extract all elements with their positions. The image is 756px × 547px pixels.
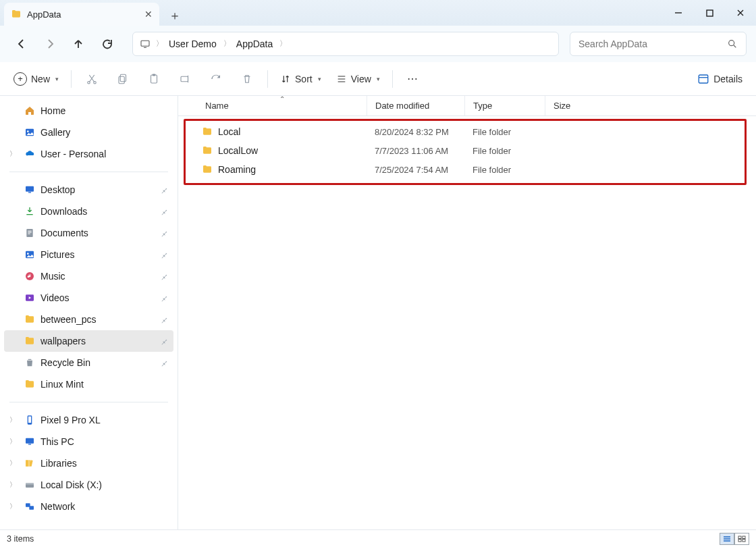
sidebar-item-documents[interactable]: Documents: [4, 222, 173, 244]
libraries-icon: [24, 458, 35, 469]
delete-button[interactable]: [232, 67, 262, 91]
expand-icon[interactable]: 〉: [9, 502, 16, 511]
sort-indicator-icon: ⌃: [279, 95, 285, 103]
file-row[interactable]: Roaming 7/25/2024 7:54 AM File folder: [186, 160, 745, 179]
maximize-button[interactable]: [694, 0, 725, 26]
divider: [9, 172, 168, 172]
navigation-pane[interactable]: Home Gallery 〉 User - Personal Desktop D…: [0, 96, 178, 529]
sidebar-item-gallery[interactable]: Gallery: [4, 122, 173, 143]
search-box[interactable]: [570, 32, 747, 56]
nav-bar: 〉 User Demo 〉 AppData 〉: [0, 26, 756, 62]
address-bar[interactable]: 〉 User Demo 〉 AppData 〉: [132, 32, 559, 56]
breadcrumb-label: AppData: [236, 38, 273, 49]
status-bar: 3 items: [0, 529, 756, 547]
copy-button[interactable]: [108, 67, 138, 91]
details-label: Details: [713, 74, 742, 84]
svg-rect-29: [738, 536, 741, 539]
sidebar-item-folder[interactable]: between_pcs: [4, 309, 173, 330]
minimize-button[interactable]: [663, 0, 694, 26]
cut-button[interactable]: [77, 67, 107, 91]
sidebar-item-music[interactable]: Music: [4, 265, 173, 287]
column-header-label: Size: [554, 101, 570, 111]
sidebar-item-phone[interactable]: 〉 Pixel 9 Pro XL: [4, 409, 173, 431]
details-pane-button[interactable]: Details: [691, 67, 749, 91]
pin-icon: [160, 359, 168, 367]
sidebar-item-folder[interactable]: wallpapers: [4, 330, 173, 352]
refresh-button[interactable]: [94, 32, 119, 56]
up-button[interactable]: [66, 32, 90, 56]
file-type: File folder: [473, 165, 553, 175]
sidebar-item-onedrive[interactable]: 〉 User - Personal: [4, 143, 173, 165]
expand-icon[interactable]: 〉: [9, 149, 16, 159]
expand-icon[interactable]: 〉: [9, 437, 16, 446]
column-header-name[interactable]: Name: [178, 96, 367, 115]
view-button[interactable]: View ▾: [329, 67, 387, 91]
rename-button[interactable]: [170, 67, 200, 91]
sidebar-item-label: Home: [40, 105, 65, 116]
sidebar-item-videos[interactable]: Videos: [4, 287, 173, 309]
column-header-type[interactable]: Type: [465, 96, 545, 115]
column-header-size[interactable]: Size: [545, 96, 599, 115]
sidebar-item-desktop[interactable]: Desktop: [4, 179, 173, 201]
sidebar-item-label: Videos: [40, 292, 70, 303]
back-button[interactable]: [9, 32, 34, 56]
breadcrumb-item[interactable]: User Demo 〉: [169, 38, 231, 49]
file-row[interactable]: Local 8/20/2024 8:32 PM File folder: [186, 122, 745, 141]
sort-button[interactable]: Sort ▾: [273, 67, 328, 91]
separator: [392, 70, 393, 88]
window-tab[interactable]: AppData ✕: [4, 3, 159, 26]
pin-icon: [160, 207, 168, 215]
column-header-label: Name: [205, 101, 229, 111]
sidebar-item-label: Gallery: [40, 127, 70, 138]
folder-icon: [202, 126, 213, 137]
column-header-date[interactable]: Date modified: [367, 96, 465, 115]
expand-icon[interactable]: 〉: [9, 415, 16, 425]
sidebar-item-folder[interactable]: Linux Mint: [4, 373, 173, 395]
thumbnail-view-toggle[interactable]: [734, 533, 749, 545]
chevron-right-icon[interactable]: 〉: [156, 38, 163, 49]
search-input[interactable]: [578, 38, 722, 49]
sidebar-item-label: between_pcs: [40, 314, 97, 325]
chevron-right-icon[interactable]: 〉: [279, 38, 287, 49]
sidebar-item-label: Local Disk (X:): [40, 479, 102, 490]
paste-button[interactable]: [139, 67, 169, 91]
new-tab-button[interactable]: ＋: [163, 5, 186, 26]
svg-rect-30: [742, 536, 745, 539]
share-button[interactable]: [201, 67, 231, 91]
more-button[interactable]: ⋯: [398, 67, 428, 91]
new-label: New: [31, 74, 50, 84]
sidebar-item-home[interactable]: Home: [4, 100, 173, 122]
expand-icon[interactable]: 〉: [9, 459, 16, 468]
close-button[interactable]: [725, 0, 756, 26]
forward-button[interactable]: [38, 32, 62, 56]
sidebar-item-downloads[interactable]: Downloads: [4, 201, 173, 222]
pin-icon: [160, 315, 168, 323]
search-icon[interactable]: [727, 38, 738, 49]
pc-icon: [24, 436, 35, 447]
breadcrumb-item[interactable]: AppData 〉: [236, 38, 287, 49]
file-row[interactable]: LocalLow 7/7/2023 11:06 AM File folder: [186, 141, 745, 160]
sidebar-item-pictures[interactable]: Pictures: [4, 244, 173, 265]
pin-icon: [160, 251, 168, 259]
sidebar-item-disk[interactable]: 〉 Local Disk (X:): [4, 474, 173, 496]
file-list-pane: ⌃ Name Date modified Type Size Local 8/2…: [178, 96, 756, 529]
file-date: 8/20/2024 8:32 PM: [375, 127, 473, 137]
desktop-icon: [24, 184, 35, 195]
sidebar-item-thispc[interactable]: 〉 This PC: [4, 431, 173, 452]
expand-icon[interactable]: 〉: [9, 480, 16, 490]
sidebar-item-label: Linux Mint: [40, 379, 84, 390]
tab-close-icon[interactable]: ✕: [144, 9, 153, 20]
folder-icon: [202, 145, 213, 156]
pin-icon: [160, 186, 168, 194]
new-button[interactable]: + New ▾: [7, 67, 65, 91]
file-name: Roaming: [218, 164, 256, 175]
onedrive-icon: [24, 149, 35, 159]
sidebar-item-network[interactable]: 〉 Network: [4, 496, 173, 517]
details-icon: [697, 73, 709, 85]
chevron-right-icon[interactable]: 〉: [223, 38, 231, 49]
sidebar-item-recyclebin[interactable]: Recycle Bin: [4, 352, 173, 373]
tab-title: AppData: [27, 9, 61, 20]
details-view-toggle[interactable]: [720, 533, 734, 545]
home-icon: [24, 105, 35, 116]
sidebar-item-libraries[interactable]: 〉 Libraries: [4, 452, 173, 474]
